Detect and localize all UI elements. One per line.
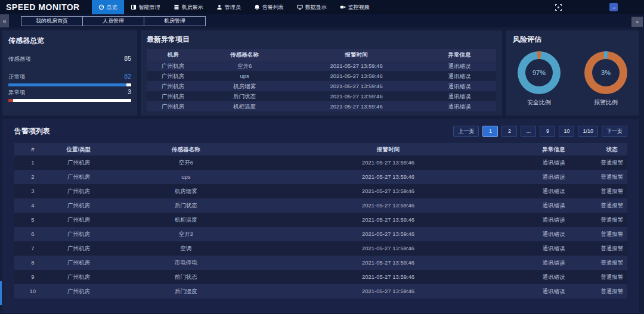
logout-arrow-glyph: → bbox=[611, 4, 617, 10]
page-indicator: 1/10 bbox=[578, 126, 598, 137]
latest-abnormal-panel: 最新异常项目 机房 传感器名称 报警时间 异常信息 广州机房 空开6 2021-… bbox=[141, 30, 502, 116]
cell-status: 普通报警 bbox=[597, 241, 627, 256]
alarm-bell-icon bbox=[254, 4, 260, 10]
cell-sensor: 空开6 bbox=[106, 156, 265, 170]
cell-sensor: ups bbox=[106, 170, 265, 184]
cell-num: 10 bbox=[14, 284, 51, 299]
cell-num: 7 bbox=[14, 241, 51, 256]
cell-time: 2021-05-27 13:59:46 bbox=[290, 81, 423, 91]
nav-item-admin[interactable]: 管理员 bbox=[210, 0, 247, 14]
collapse-left-icon[interactable]: « bbox=[0, 14, 9, 27]
cell-sensor: 后门状态 bbox=[106, 198, 265, 213]
fullscreen-icon[interactable] bbox=[555, 4, 562, 11]
cell-time: 2021-05-27 13:59:46 bbox=[265, 156, 510, 170]
col-header-info: 异常信息 bbox=[423, 49, 496, 61]
table-row: 1 广州机房 空开6 2021-05-27 13:59:46 通讯错误 普通报警 bbox=[14, 156, 627, 170]
sensor-abnormal-value: 3 bbox=[128, 88, 131, 95]
cell-sensor: 空调 bbox=[106, 241, 265, 256]
col-header-time: 报警时间 bbox=[265, 143, 510, 156]
cell-sensor: 前门状态 bbox=[106, 270, 265, 284]
nav-item-overview[interactable]: 总览 bbox=[92, 0, 124, 14]
safety-donut-chart: 97% bbox=[518, 51, 561, 94]
sensor-total-value: 85 bbox=[124, 55, 131, 62]
cell-num: 8 bbox=[14, 256, 51, 270]
cell-info: 通讯错误 bbox=[511, 256, 597, 270]
cell-location: 广州机房 bbox=[51, 241, 107, 256]
cell-info: 通讯错误 bbox=[511, 170, 597, 184]
alarm-chart-label: 报警比例 bbox=[584, 98, 627, 107]
top-row: 传感器总览 传感器项 85 正常项 82 异常项 3 最新异常项目 机房 传 bbox=[2, 30, 639, 116]
cell-sensor: 机柜温度 bbox=[199, 101, 290, 111]
col-header-location: 位置/类型 bbox=[51, 143, 107, 156]
cell-time: 2021-05-27 13:59:46 bbox=[265, 213, 510, 227]
collapse-right-icon[interactable]: » bbox=[631, 17, 643, 27]
cell-status: 普通报警 bbox=[597, 156, 627, 170]
nav-item-label: 智能管理 bbox=[139, 4, 160, 11]
nav-item-label: 数据显示 bbox=[305, 4, 327, 11]
cell-info: 通讯错误 bbox=[511, 184, 597, 198]
main-content: 传感器总览 传感器项 85 正常项 82 异常项 3 最新异常项目 机房 传 bbox=[0, 27, 644, 314]
table-row: 6 广州机房 空开2 2021-05-27 13:59:46 通讯错误 普通报警 bbox=[14, 227, 627, 241]
table-row: 广州机房 后门状态 2021-05-27 13:59:46 通讯错误 bbox=[147, 91, 496, 101]
cell-num: 3 bbox=[14, 184, 51, 198]
cell-status: 普通报警 bbox=[597, 170, 627, 184]
nav-item-alarm-list[interactable]: 告警列表 bbox=[247, 0, 290, 14]
admin-user-icon bbox=[216, 4, 222, 10]
cell-room: 广州机房 bbox=[147, 101, 199, 111]
col-header-num: # bbox=[14, 143, 51, 156]
cell-status: 普通报警 bbox=[597, 270, 627, 284]
cell-time: 2021-05-27 13:59:46 bbox=[265, 170, 510, 184]
cell-info: 通讯错误 bbox=[511, 284, 597, 299]
page-button-1[interactable]: 1 bbox=[482, 126, 498, 137]
cell-info: 通讯错误 bbox=[423, 71, 496, 81]
page-ellipsis-button[interactable]: ... bbox=[521, 126, 536, 137]
next-page-button[interactable]: 下一页 bbox=[602, 126, 627, 137]
col-header-sensor: 传感器名称 bbox=[106, 143, 265, 156]
table-row: 10 广州机房 后门湿度 2021-05-27 13:59:46 通讯错误 普通… bbox=[14, 284, 627, 299]
alarm-percent-value: 3% bbox=[584, 51, 627, 94]
cell-time: 2021-05-27 13:59:46 bbox=[290, 71, 423, 81]
cell-info: 通讯错误 bbox=[511, 227, 597, 241]
table-row: 3 广州机房 机房烟雾 2021-05-27 13:59:46 通讯错误 普通报… bbox=[14, 184, 627, 198]
page-button-2[interactable]: 2 bbox=[501, 126, 517, 137]
tab-personnel[interactable]: 人员管理 bbox=[82, 16, 144, 26]
alarm-ratio-chart: 3% 报警比例 bbox=[584, 51, 627, 107]
nav-item-label: 管理员 bbox=[225, 4, 241, 11]
tab-home[interactable]: 我的机房首页 bbox=[21, 16, 83, 26]
scrollbar-thumb[interactable] bbox=[0, 281, 2, 305]
table-row: 广州机房 空开6 2021-05-27 13:59:46 通讯错误 bbox=[147, 61, 496, 71]
cell-room: 广州机房 bbox=[147, 71, 199, 81]
cell-sensor: 空开2 bbox=[106, 227, 265, 241]
cell-info: 通讯错误 bbox=[511, 270, 597, 284]
nav-item-data-display[interactable]: 数据显示 bbox=[290, 0, 333, 14]
cell-status: 普通报警 bbox=[597, 184, 627, 198]
cell-time: 2021-05-27 13:59:46 bbox=[265, 284, 510, 299]
cell-sensor: 后门湿度 bbox=[106, 284, 265, 299]
page-button-10[interactable]: 10 bbox=[559, 126, 574, 137]
app-title: SPEED MONITOR bbox=[0, 0, 92, 14]
nav-item-smart-manage[interactable]: 智能管理 bbox=[124, 0, 167, 14]
sensor-normal-label: 正常项 bbox=[8, 73, 26, 81]
cell-sensor: 空开6 bbox=[199, 61, 290, 71]
nav-item-video[interactable]: 监控视频 bbox=[333, 0, 376, 14]
tab-room-manage[interactable]: 机房管理 bbox=[144, 16, 206, 26]
cell-info: 通讯错误 bbox=[423, 81, 496, 91]
cell-status: 普通报警 bbox=[597, 198, 627, 213]
cell-time: 2021-05-27 13:59:46 bbox=[265, 227, 510, 241]
top-navbar: SPEED MONITOR 总览 智能管理 机房展示 管理员 bbox=[0, 0, 644, 14]
nav-item-room-display[interactable]: 机房展示 bbox=[167, 0, 210, 14]
cell-info: 通讯错误 bbox=[511, 241, 597, 256]
logout-icon[interactable]: → bbox=[609, 3, 618, 11]
risk-panel: 风险评估 97% 安全比例 3% 报警比例 bbox=[506, 30, 639, 116]
cell-time: 2021-05-27 13:59:46 bbox=[290, 61, 423, 71]
abnormal-progress-bar bbox=[8, 99, 131, 102]
page-button-9[interactable]: 9 bbox=[540, 126, 555, 137]
col-header-time: 报警时间 bbox=[290, 49, 423, 61]
prev-page-button[interactable]: 上一页 bbox=[453, 126, 479, 137]
sensor-total-row: 传感器项 85 bbox=[8, 55, 131, 63]
cell-location: 广州机房 bbox=[51, 256, 107, 270]
cell-status: 普通报警 bbox=[597, 284, 627, 299]
cell-time: 2021-05-27 13:59:46 bbox=[290, 91, 423, 101]
table-row: 9 广州机房 前门状态 2021-05-27 13:59:46 通讯错误 普通报… bbox=[14, 270, 627, 284]
cell-num: 6 bbox=[14, 227, 51, 241]
